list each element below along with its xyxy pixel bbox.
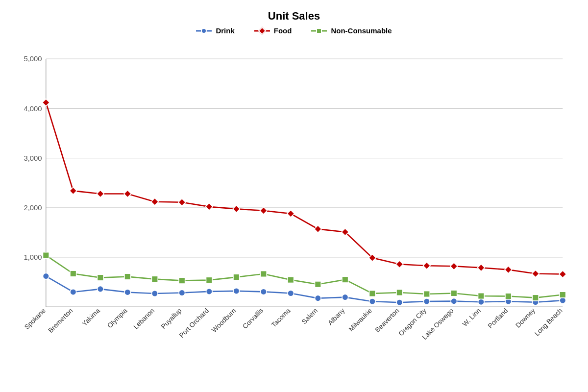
svg-text:Woodburn: Woodburn bbox=[210, 307, 237, 334]
svg-rect-75 bbox=[97, 274, 103, 281]
svg-marker-72 bbox=[559, 270, 566, 278]
svg-text:1,000: 1,000 bbox=[24, 253, 42, 261]
svg-rect-83 bbox=[315, 281, 321, 288]
chart-legend: Drink Food Non-Consumable bbox=[196, 26, 392, 35]
legend-food-label: Food bbox=[274, 26, 292, 35]
svg-point-34 bbox=[70, 289, 76, 295]
svg-text:Lebanon: Lebanon bbox=[132, 307, 156, 330]
svg-text:Yakima: Yakima bbox=[81, 307, 101, 327]
legend-food-marker bbox=[258, 26, 266, 35]
svg-marker-55 bbox=[97, 190, 104, 197]
svg-text:Corvallis: Corvallis bbox=[241, 307, 265, 330]
svg-rect-81 bbox=[261, 271, 267, 277]
svg-point-39 bbox=[206, 289, 213, 295]
svg-rect-85 bbox=[369, 291, 376, 297]
svg-rect-78 bbox=[179, 277, 185, 284]
svg-text:Long Beach: Long Beach bbox=[533, 307, 564, 337]
svg-point-49 bbox=[478, 299, 485, 305]
svg-point-42 bbox=[288, 290, 294, 296]
svg-text:W. Linn: W. Linn bbox=[461, 307, 482, 328]
svg-point-35 bbox=[97, 286, 103, 293]
svg-point-45 bbox=[369, 298, 376, 305]
legend-nonconsumable-line bbox=[311, 30, 327, 31]
svg-text:Salem: Salem bbox=[300, 307, 319, 325]
svg-point-46 bbox=[396, 299, 403, 306]
svg-point-36 bbox=[124, 289, 131, 295]
svg-point-48 bbox=[451, 298, 457, 304]
legend-nonconsumable-marker bbox=[316, 28, 322, 34]
svg-point-44 bbox=[342, 294, 348, 300]
svg-text:4,000: 4,000 bbox=[24, 105, 42, 113]
svg-rect-88 bbox=[451, 290, 457, 296]
svg-marker-71 bbox=[532, 270, 539, 277]
chart-svg: 1,0002,0003,0004,0005,000SpokaneBremerto… bbox=[10, 41, 578, 387]
svg-point-33 bbox=[43, 273, 49, 279]
legend-drink: Drink bbox=[196, 26, 234, 35]
svg-text:Port Orchard: Port Orchard bbox=[178, 307, 210, 339]
svg-text:Bremerton: Bremerton bbox=[47, 307, 74, 334]
svg-text:Olympia: Olympia bbox=[106, 307, 128, 329]
svg-marker-53 bbox=[42, 99, 49, 106]
svg-text:Portland: Portland bbox=[487, 307, 510, 330]
svg-text:3,000: 3,000 bbox=[24, 154, 42, 162]
legend-nonconsumable-label: Non-Consumable bbox=[331, 26, 392, 35]
svg-marker-70 bbox=[505, 266, 512, 273]
svg-text:Beaverton: Beaverton bbox=[374, 307, 401, 334]
svg-text:2,000: 2,000 bbox=[24, 204, 42, 212]
chart-container: Unit Sales Drink Food Non-Consumable 1,0… bbox=[0, 0, 588, 392]
svg-marker-61 bbox=[260, 207, 267, 215]
svg-marker-60 bbox=[233, 205, 240, 213]
svg-point-41 bbox=[261, 289, 267, 295]
legend-food: Food bbox=[254, 26, 292, 35]
svg-text:Albany: Albany bbox=[326, 307, 346, 326]
svg-marker-62 bbox=[287, 210, 294, 218]
legend-nonconsumable: Non-Consumable bbox=[311, 26, 392, 35]
svg-rect-80 bbox=[233, 274, 240, 280]
legend-drink-marker bbox=[201, 28, 207, 34]
chart-title: Unit Sales bbox=[268, 10, 320, 23]
svg-text:Tacoma: Tacoma bbox=[270, 307, 292, 329]
svg-rect-91 bbox=[533, 294, 539, 301]
svg-point-40 bbox=[233, 288, 240, 294]
svg-rect-89 bbox=[478, 293, 485, 299]
svg-rect-76 bbox=[124, 273, 131, 280]
svg-marker-67 bbox=[423, 262, 430, 270]
svg-rect-74 bbox=[70, 270, 76, 277]
svg-marker-56 bbox=[124, 190, 131, 197]
svg-marker-59 bbox=[205, 203, 213, 210]
svg-marker-63 bbox=[314, 225, 321, 233]
svg-point-43 bbox=[315, 295, 321, 301]
svg-marker-66 bbox=[396, 261, 403, 268]
svg-point-37 bbox=[152, 291, 158, 297]
svg-text:Spokane: Spokane bbox=[23, 307, 47, 331]
svg-marker-58 bbox=[178, 198, 186, 206]
svg-rect-87 bbox=[424, 291, 430, 297]
legend-drink-label: Drink bbox=[216, 26, 234, 35]
svg-marker-57 bbox=[151, 198, 158, 205]
svg-text:5,000: 5,000 bbox=[24, 55, 42, 63]
svg-marker-54 bbox=[70, 187, 77, 195]
svg-rect-86 bbox=[396, 290, 403, 296]
svg-marker-69 bbox=[477, 264, 485, 271]
legend-food-line bbox=[254, 30, 270, 31]
svg-text:Downey: Downey bbox=[514, 307, 537, 329]
svg-point-38 bbox=[179, 290, 185, 296]
svg-text:Puyallup: Puyallup bbox=[160, 307, 183, 330]
svg-rect-84 bbox=[342, 276, 348, 283]
svg-rect-92 bbox=[560, 292, 566, 298]
svg-point-47 bbox=[424, 298, 430, 305]
legend-drink-line bbox=[196, 30, 212, 31]
svg-rect-79 bbox=[206, 277, 213, 283]
svg-rect-77 bbox=[152, 276, 158, 282]
svg-marker-68 bbox=[450, 263, 458, 270]
svg-rect-90 bbox=[505, 293, 512, 299]
chart-svg-wrapper: 1,0002,0003,0004,0005,000SpokaneBremerto… bbox=[10, 41, 578, 387]
svg-point-52 bbox=[560, 297, 566, 304]
svg-rect-82 bbox=[288, 277, 294, 283]
svg-text:Milwaukie: Milwaukie bbox=[347, 307, 373, 333]
svg-rect-73 bbox=[43, 252, 49, 259]
